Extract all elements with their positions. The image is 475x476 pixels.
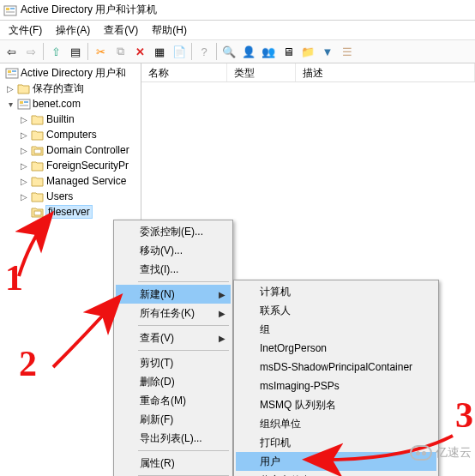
tree-fsp[interactable]: ▷ ForeignSecurityPr xyxy=(0,158,141,173)
delete-button[interactable]: ✕ xyxy=(130,42,149,61)
add-group-button[interactable]: 👥 xyxy=(259,42,278,61)
folder-icon xyxy=(31,190,45,203)
expand-icon[interactable]: ▷ xyxy=(5,84,15,93)
tree-msa[interactable]: ▷ Managed Service xyxy=(0,173,141,189)
tree-builtin[interactable]: ▷ Builtin xyxy=(0,111,141,127)
ctx-new-msimaging[interactable]: msImaging-PSPs xyxy=(236,377,436,395)
find-button[interactable]: 🔍 xyxy=(219,42,238,61)
separator xyxy=(43,43,44,60)
folder-icon xyxy=(31,112,45,126)
filter-button[interactable]: ▼ xyxy=(318,42,337,61)
ctx-rename[interactable]: 重命名(M) xyxy=(116,391,231,410)
tree-domain[interactable]: ▾ benet.com xyxy=(0,96,141,111)
collapse-icon[interactable]: ▾ xyxy=(5,99,15,109)
ctx-delegate[interactable]: 委派控制(E)... xyxy=(116,222,231,241)
menu-help[interactable]: 帮助(H) xyxy=(147,21,192,39)
help-button[interactable]: ? xyxy=(195,42,213,61)
menu-view[interactable]: 查看(V) xyxy=(99,21,143,39)
ctx-new-msds[interactable]: msDS-ShadowPrincipalContainer xyxy=(236,358,436,377)
tree-root-label: Active Directory 用户和 xyxy=(21,66,126,81)
tree-builtin-label: Builtin xyxy=(46,113,75,125)
ctx-new-shared[interactable]: 共享文件夹 xyxy=(236,471,436,476)
tree-fsp-label: ForeignSecurityPr xyxy=(46,160,129,172)
expand-icon[interactable]: ▷ xyxy=(19,192,29,202)
title-bar: Active Directory 用户和计算机 xyxy=(0,0,475,21)
folder-icon xyxy=(17,81,31,95)
ctx-properties[interactable]: 属性(R) xyxy=(116,454,231,473)
submenu-arrow-icon: ▶ xyxy=(219,309,225,318)
ctx-all-tasks[interactable]: 所有任务(K)▶ xyxy=(116,304,231,322)
tree-saved-label: 保存的查询 xyxy=(33,81,84,96)
list-button[interactable]: ☰ xyxy=(338,42,357,61)
folder-org-icon xyxy=(31,205,45,219)
separator xyxy=(191,43,192,60)
ctx-move[interactable]: 移动(V)... xyxy=(116,241,231,260)
expand-icon[interactable]: ▷ xyxy=(19,115,29,124)
separator xyxy=(87,43,88,60)
ctx-new-group[interactable]: 组 xyxy=(236,320,436,339)
ctx-delete[interactable]: 删除(D) xyxy=(116,372,231,391)
ctx-find[interactable]: 查找(I)... xyxy=(116,260,231,279)
add-user-button[interactable]: 👤 xyxy=(239,42,258,61)
ctx-new-contact[interactable]: 联系人 xyxy=(236,301,436,320)
context-submenu-new: 计算机 联系人 组 InetOrgPerson msDS-ShadowPrinc… xyxy=(233,280,439,476)
refresh-button[interactable]: 📄 xyxy=(170,42,189,61)
ctx-new-inetorg[interactable]: InetOrgPerson xyxy=(236,339,436,358)
ctx-new-user[interactable]: 用户 xyxy=(236,452,436,471)
menu-file[interactable]: 文件(F) xyxy=(3,21,47,39)
app-icon xyxy=(3,3,17,17)
folder-icon xyxy=(31,128,45,142)
expand-icon[interactable]: ▷ xyxy=(19,130,29,140)
watermark-text: 亿速云 xyxy=(436,445,472,461)
ctx-cut[interactable]: 剪切(T) xyxy=(116,353,231,372)
ctx-new-printer[interactable]: 打印机 xyxy=(236,433,436,452)
folder-org-icon xyxy=(31,143,45,157)
domain-icon xyxy=(17,97,31,111)
submenu-arrow-icon: ▶ xyxy=(219,334,225,343)
tree-root[interactable]: Active Directory 用户和 xyxy=(0,65,141,81)
up-button[interactable]: ⇧ xyxy=(46,42,65,61)
ctx-new-computer[interactable]: 计算机 xyxy=(236,282,436,301)
cut-button[interactable]: ✂ xyxy=(91,42,110,61)
tree-dc[interactable]: ▷ Domain Controller xyxy=(0,142,141,158)
properties-button[interactable]: ▦ xyxy=(150,42,169,61)
separator xyxy=(138,281,229,282)
tree-users[interactable]: ▷ Users xyxy=(0,189,141,204)
tree-fileserver[interactable]: fileserver xyxy=(0,204,141,220)
ctx-new-msmq[interactable]: MSMQ 队列别名 xyxy=(236,395,436,414)
show-hide-button[interactable]: ▤ xyxy=(66,42,85,61)
expand-icon[interactable]: ▷ xyxy=(19,161,29,171)
watermark-logo-icon xyxy=(410,445,432,461)
add-pc-button[interactable]: 🖥 xyxy=(279,42,298,61)
back-button[interactable]: ⇦ xyxy=(2,42,21,61)
tree-domain-label: benet.com xyxy=(33,98,81,110)
tree-saved-queries[interactable]: ▷ 保存的查询 xyxy=(0,81,141,96)
expand-icon[interactable]: ▷ xyxy=(19,146,29,155)
tree-computers[interactable]: ▷ Computers xyxy=(0,127,141,142)
tree-fileserver-label: fileserver xyxy=(46,206,92,218)
add-ou-button[interactable]: 📁 xyxy=(298,42,317,61)
tree-dc-label: Domain Controller xyxy=(46,144,129,156)
ctx-view[interactable]: 查看(V)▶ xyxy=(116,328,231,347)
context-menu: 委派控制(E)... 移动(V)... 查找(I)... 新建(N)▶ 所有任务… xyxy=(113,220,233,476)
tree-computers-label: Computers xyxy=(46,129,97,141)
folder-icon xyxy=(31,159,45,172)
toolbar: ⇦ ⇨ ⇧ ▤ ✂ ⧉ ✕ ▦ 📄 ? 🔍 👤 👥 🖥 📁 ▼ ☰ xyxy=(0,39,475,63)
copy-button[interactable]: ⧉ xyxy=(111,42,129,61)
menu-action[interactable]: 操作(A) xyxy=(51,21,95,39)
separator xyxy=(138,325,229,326)
ctx-new-ou[interactable]: 组织单位 xyxy=(236,414,436,433)
expand-icon[interactable]: ▷ xyxy=(19,177,29,186)
ctx-new[interactable]: 新建(N)▶ xyxy=(116,285,231,304)
folder-icon xyxy=(31,174,45,188)
list-header: 名称 类型 描述 xyxy=(141,63,475,82)
ctx-export[interactable]: 导出列表(L)... xyxy=(116,429,231,448)
col-desc[interactable]: 描述 xyxy=(296,63,475,81)
window-title: Active Directory 用户和计算机 xyxy=(21,3,157,17)
separator xyxy=(138,450,229,451)
col-name[interactable]: 名称 xyxy=(141,63,227,81)
ctx-refresh[interactable]: 刷新(F) xyxy=(116,410,231,429)
col-type[interactable]: 类型 xyxy=(227,63,296,81)
watermark: 亿速云 xyxy=(410,445,472,461)
forward-button[interactable]: ⇨ xyxy=(21,42,40,61)
